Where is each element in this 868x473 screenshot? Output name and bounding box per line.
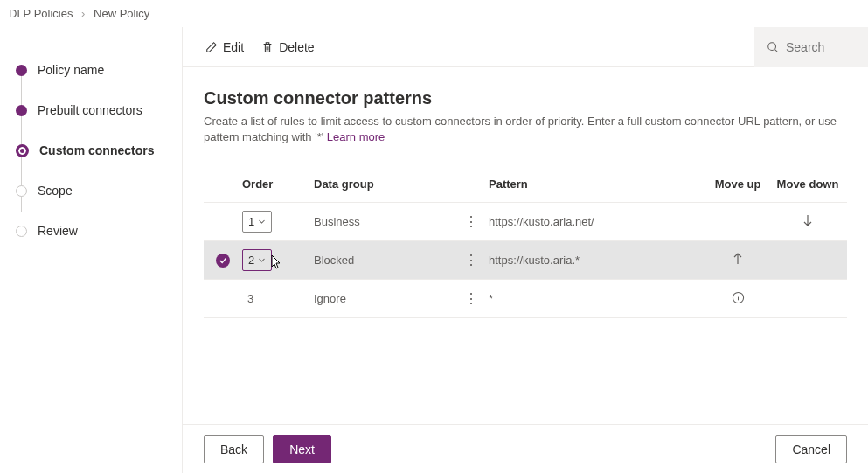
breadcrumb-separator: › bbox=[81, 7, 85, 20]
chevron-down-icon bbox=[258, 218, 266, 226]
step-dot-future-icon bbox=[16, 226, 27, 237]
arrow-up-icon bbox=[731, 252, 745, 266]
page-description: Create a list of rules to limit access t… bbox=[204, 114, 847, 145]
step-dot-done-icon bbox=[16, 65, 27, 76]
arrow-down-icon bbox=[801, 213, 815, 227]
header-move-down[interactable]: Move down bbox=[768, 177, 847, 191]
order-dropdown[interactable]: 2 bbox=[242, 249, 272, 271]
search-box[interactable] bbox=[754, 27, 868, 67]
table-row[interactable]: 3 Ignore ⋮ * bbox=[204, 280, 847, 318]
checkmark-icon bbox=[216, 254, 230, 268]
row-menu-button[interactable]: ⋮ bbox=[454, 290, 489, 307]
table-row[interactable]: 1 Business ⋮ https://kusto.aria.net/ bbox=[204, 203, 847, 241]
cancel-button[interactable]: Cancel bbox=[775, 435, 847, 463]
breadcrumb-root[interactable]: DLP Policies bbox=[9, 7, 73, 20]
row-select[interactable] bbox=[204, 254, 242, 268]
row-menu-button[interactable]: ⋮ bbox=[454, 252, 489, 268]
next-button[interactable]: Next bbox=[273, 435, 331, 463]
step-dot-current-icon bbox=[16, 144, 29, 157]
pattern-cell: * bbox=[489, 292, 707, 305]
step-dot-done-icon bbox=[16, 105, 27, 116]
chevron-down-icon bbox=[258, 256, 266, 264]
step-policy-name[interactable]: Policy name bbox=[16, 50, 170, 90]
header-order[interactable]: Order bbox=[242, 177, 314, 191]
wizard-sidebar: Policy name Prebuilt connectors Custom c… bbox=[0, 27, 182, 473]
breadcrumb: DLP Policies › New Policy bbox=[0, 0, 868, 27]
step-custom-connectors[interactable]: Custom connectors bbox=[16, 130, 170, 170]
row-menu-button[interactable]: ⋮ bbox=[454, 213, 489, 230]
breadcrumb-current: New Policy bbox=[94, 7, 149, 20]
info-button[interactable] bbox=[707, 291, 768, 307]
delete-icon bbox=[261, 41, 274, 53]
info-icon bbox=[732, 291, 745, 304]
header-move-up[interactable]: Move up bbox=[707, 177, 768, 191]
data-group-cell: Ignore bbox=[314, 292, 454, 305]
footer: Back Next Cancel bbox=[183, 424, 868, 473]
learn-more-link[interactable]: Learn more bbox=[327, 130, 385, 143]
delete-button[interactable]: Delete bbox=[253, 35, 323, 59]
step-scope[interactable]: Scope bbox=[16, 170, 170, 211]
pattern-cell: https://kusto.aria.* bbox=[489, 254, 707, 267]
order-value: 3 bbox=[242, 292, 253, 305]
page-title: Custom connector patterns bbox=[204, 88, 847, 108]
patterns-table: Order Data group Pattern Move up Move do… bbox=[204, 166, 847, 318]
search-icon bbox=[767, 41, 779, 53]
header-pattern[interactable]: Pattern bbox=[489, 177, 707, 191]
pattern-cell: https://kusto.aria.net/ bbox=[489, 215, 707, 228]
toolbar: Edit Delete bbox=[183, 27, 868, 67]
move-up-button[interactable] bbox=[707, 252, 768, 268]
table-row[interactable]: 2 Blocked ⋮ https://kusto.aria.* bbox=[204, 241, 847, 280]
step-review[interactable]: Review bbox=[16, 211, 170, 251]
edit-button[interactable]: Edit bbox=[197, 35, 253, 59]
data-group-cell: Business bbox=[314, 215, 454, 228]
table-header: Order Data group Pattern Move up Move do… bbox=[204, 166, 847, 203]
move-down-button[interactable] bbox=[768, 213, 847, 230]
step-dot-future-icon bbox=[16, 185, 27, 197]
search-input[interactable] bbox=[786, 40, 856, 54]
back-button[interactable]: Back bbox=[204, 435, 264, 463]
header-data-group[interactable]: Data group bbox=[314, 177, 454, 191]
order-dropdown[interactable]: 1 bbox=[242, 211, 272, 233]
step-prebuilt-connectors[interactable]: Prebuilt connectors bbox=[16, 90, 170, 130]
edit-icon bbox=[205, 41, 218, 53]
data-group-cell: Blocked bbox=[314, 254, 454, 267]
svg-point-0 bbox=[768, 42, 776, 50]
